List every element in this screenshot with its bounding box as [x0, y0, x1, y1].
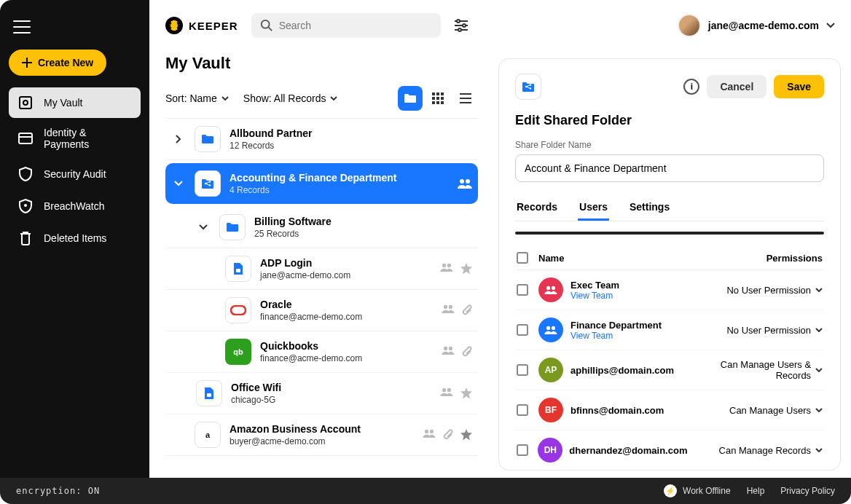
record-name: ADP Login: [260, 257, 431, 269]
view-team-link[interactable]: View Team: [570, 331, 684, 341]
users-icon[interactable]: [440, 387, 453, 396]
star-icon[interactable]: [460, 429, 472, 441]
nav-breachwatch[interactable]: BreachWatch: [9, 191, 141, 221]
attachment-icon[interactable]: [462, 346, 472, 358]
chevron-down-icon[interactable]: [171, 181, 186, 186]
work-offline-label: Work Offline: [683, 486, 731, 496]
user-menu[interactable]: jane@acme-demo.com: [678, 14, 835, 37]
nav-identity-payments[interactable]: Identity & Payments: [9, 119, 141, 157]
users-icon[interactable]: [458, 178, 472, 189]
shield-icon: [17, 166, 34, 182]
svg-rect-17: [436, 101, 439, 104]
svg-point-36: [449, 347, 452, 350]
user-name: dhernandez@domain.com: [569, 445, 687, 456]
svg-rect-2: [19, 133, 32, 143]
wifi-file-icon: [196, 380, 222, 406]
attachment-icon[interactable]: [462, 304, 472, 316]
folder-row[interactable]: Allbound Partner12 Records: [165, 119, 478, 160]
help-link[interactable]: Help: [747, 486, 765, 496]
view-grid-button[interactable]: [426, 86, 450, 111]
view-list-button[interactable]: [453, 86, 478, 111]
record-row[interactable]: ADP Loginjane@acme-demo.com: [165, 248, 478, 290]
folder-row-selected[interactable]: Accounting & Finance Department4 Records: [165, 163, 478, 204]
user-avatar: DH: [538, 438, 562, 462]
view-team-link[interactable]: View Team: [570, 291, 684, 301]
svg-rect-0: [20, 97, 31, 109]
row-checkbox[interactable]: [517, 284, 528, 296]
email-search-field[interactable]: Add: [515, 232, 824, 235]
save-button[interactable]: Save: [774, 75, 824, 98]
svg-point-4: [24, 204, 27, 207]
users-table: Name Permissions Exec TeamView Team No U…: [515, 246, 824, 470]
sort-dropdown[interactable]: Sort: Name: [165, 92, 229, 104]
search-field[interactable]: [251, 13, 441, 38]
edit-shared-folder-panel: i Cancel Save Edit Shared Folder Share F…: [498, 58, 841, 470]
permission-dropdown[interactable]: No User Permission: [684, 285, 823, 296]
select-all-checkbox[interactable]: [517, 252, 528, 264]
permission-dropdown[interactable]: No User Permission: [684, 325, 823, 336]
permission-dropdown[interactable]: Can Manage Records: [687, 445, 823, 456]
chevron-down-icon: [815, 288, 823, 292]
menu-icon[interactable]: [13, 20, 31, 34]
work-offline-toggle[interactable]: ⚡Work Offline: [664, 484, 731, 497]
star-icon[interactable]: [460, 387, 472, 399]
svg-point-30: [442, 264, 446, 267]
nav-deleted-items[interactable]: Deleted Items: [9, 223, 141, 253]
permission-label: Can Manage Users: [729, 405, 811, 416]
vault-pane: My Vault Sort: Name Show: All Records Al…: [149, 51, 494, 478]
record-row[interactable]: qb Quickbooksfinance@acme-demo.com: [165, 331, 478, 373]
user-row[interactable]: BF bfinns@domain.com Can Manage Users: [515, 390, 824, 430]
privacy-link[interactable]: Privacy Policy: [780, 486, 835, 496]
users-icon[interactable]: [440, 263, 453, 272]
folder-count: 25 Records: [254, 229, 472, 239]
svg-point-28: [466, 179, 470, 184]
permission-label: No User Permission: [726, 285, 811, 296]
filter-settings-icon[interactable]: [454, 19, 468, 32]
show-dropdown[interactable]: Show: All Records: [243, 92, 338, 104]
search-icon: [260, 19, 273, 32]
email-input[interactable]: [544, 232, 778, 235]
permission-label: No User Permission: [726, 325, 811, 336]
view-folder-button[interactable]: [398, 86, 423, 111]
tab-users[interactable]: Users: [578, 195, 609, 221]
tab-settings[interactable]: Settings: [628, 195, 671, 221]
nav-security-audit[interactable]: Security Audit: [9, 159, 141, 189]
record-row[interactable]: a Amazon Business Accountbuyer@acme-demo…: [165, 414, 478, 456]
user-row[interactable]: AP aphillips@domain.com Can Manage Users…: [515, 350, 824, 390]
folder-row[interactable]: Billing Software25 Records: [165, 207, 478, 248]
cancel-button[interactable]: Cancel: [707, 75, 766, 98]
folder-icon: [404, 93, 417, 103]
sort-label: Sort: Name: [165, 92, 217, 104]
bolt-icon: ⚡: [664, 484, 677, 497]
nav-my-vault[interactable]: My Vault: [9, 87, 141, 118]
record-sub: buyer@acme-demo.com: [230, 436, 414, 446]
record-row[interactable]: Oraclefinance@acme-demo.com: [165, 290, 478, 331]
brand-logo[interactable]: KEEPER: [165, 17, 238, 34]
user-row[interactable]: Exec TeamView Team No User Permission: [515, 270, 824, 310]
user-row[interactable]: DH dhernandez@domain.com Can Manage Reco…: [515, 430, 824, 470]
info-icon[interactable]: i: [683, 79, 699, 95]
users-icon[interactable]: [442, 304, 455, 313]
row-checkbox[interactable]: [517, 324, 528, 336]
attachment-icon[interactable]: [443, 429, 453, 441]
chevron-right-icon[interactable]: [171, 135, 186, 143]
row-checkbox[interactable]: [517, 444, 528, 456]
row-checkbox[interactable]: [517, 404, 528, 416]
permission-dropdown[interactable]: Can Manage Users: [684, 405, 823, 416]
record-row[interactable]: Office Wifichicago-5G: [165, 373, 478, 414]
folder-count: 12 Records: [230, 141, 472, 151]
star-icon[interactable]: [460, 263, 472, 275]
nav-label: Deleted Items: [44, 232, 106, 244]
permission-dropdown[interactable]: Can Manage Users & Records: [684, 359, 823, 381]
page-title: My Vault: [165, 54, 478, 73]
folder-name-input[interactable]: [515, 154, 824, 182]
chevron-down-icon[interactable]: [196, 224, 211, 230]
users-icon[interactable]: [423, 429, 436, 438]
tab-records[interactable]: Records: [515, 195, 559, 221]
user-row[interactable]: Finance DepartmentView Team No User Perm…: [515, 310, 824, 350]
row-checkbox[interactable]: [517, 364, 528, 376]
search-input[interactable]: [279, 20, 432, 31]
users-icon[interactable]: [442, 346, 455, 355]
create-new-button[interactable]: Create New: [9, 50, 106, 76]
add-button[interactable]: Add: [778, 232, 823, 235]
